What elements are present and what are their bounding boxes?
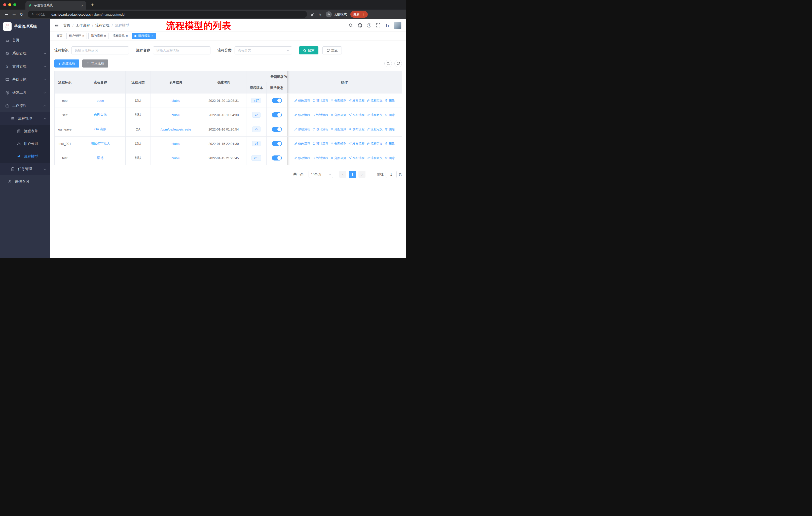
update-button[interactable]: 更新 ⋮: [350, 11, 368, 18]
active-status-toggle[interactable]: [272, 112, 282, 117]
process-name-link[interactable]: eeee: [97, 99, 104, 103]
process-name-input[interactable]: [153, 46, 210, 54]
process-name-link[interactable]: 自己审批: [94, 113, 107, 117]
password-key-icon[interactable]: [310, 11, 316, 18]
sidebar-item-payment[interactable]: ¥ 支付管理: [0, 60, 50, 73]
action-edit-process[interactable]: 修改流程: [294, 142, 310, 146]
action-design-process[interactable]: 设计流程: [312, 113, 328, 117]
sidebar-item-devtools[interactable]: 研发工具: [0, 86, 50, 99]
url-bar[interactable]: ⚠ 不安全 dashboard.yudao.iocoder.cn/bpm/man…: [28, 11, 307, 18]
active-status-toggle[interactable]: [272, 127, 282, 132]
category-select[interactable]: 流程分类: [235, 46, 292, 54]
action-delete[interactable]: 删除: [385, 142, 395, 146]
sidebar-item-home[interactable]: 首页: [0, 34, 50, 47]
action-delete[interactable]: 删除: [385, 156, 395, 160]
action-publish-process[interactable]: 发布流程: [349, 99, 365, 103]
breadcrumb-workflow[interactable]: 工作流程: [76, 23, 90, 28]
form-info-link[interactable]: biubiu: [171, 99, 180, 103]
close-icon[interactable]: ×: [104, 34, 106, 37]
action-assign-rule[interactable]: 分配规则: [330, 99, 346, 103]
sidebar-item-system[interactable]: 系统管理: [0, 47, 50, 60]
window-close-button[interactable]: [3, 3, 6, 6]
form-info-link[interactable]: /bpm/oa/leave/create: [161, 128, 191, 131]
sidebar-collapse-icon[interactable]: [54, 23, 59, 28]
next-page-button[interactable]: ›: [358, 171, 366, 178]
action-design-process[interactable]: 设计流程: [312, 99, 328, 103]
browser-menu-dots-icon[interactable]: ⋮: [361, 12, 365, 17]
reset-button[interactable]: 重置: [322, 46, 342, 54]
user-avatar[interactable]: [394, 22, 402, 29]
process-name-link[interactable]: OA 请假: [94, 127, 107, 131]
sidebar-item-workflow[interactable]: 工作流程: [0, 99, 50, 112]
search-icon[interactable]: [349, 23, 353, 27]
search-button[interactable]: 搜索: [299, 46, 318, 54]
reload-button[interactable]: ↻: [18, 11, 25, 18]
process-key-input[interactable]: [71, 46, 129, 54]
action-design-process[interactable]: 设计流程: [312, 127, 328, 132]
active-status-toggle[interactable]: [272, 141, 282, 146]
action-delete[interactable]: 删除: [385, 113, 395, 117]
back-button[interactable]: ←: [3, 11, 10, 18]
new-tab-button[interactable]: +: [89, 1, 96, 8]
help-icon[interactable]: ?: [367, 23, 371, 27]
sidebar-item-process-model[interactable]: 流程模型: [0, 150, 50, 163]
form-info-link[interactable]: biubiu: [171, 142, 180, 146]
action-process-definition[interactable]: 流程定义: [367, 99, 383, 103]
create-process-button[interactable]: + 新建流程: [54, 59, 79, 67]
sidebar-item-leave-query[interactable]: 请假查询: [0, 175, 50, 188]
prev-page-button[interactable]: ‹: [339, 171, 346, 178]
action-assign-rule[interactable]: 分配规则: [330, 142, 346, 146]
tag-tenant[interactable]: 租户管理 ×: [66, 33, 87, 39]
font-size-icon[interactable]: TT: [385, 23, 389, 28]
goto-page-input[interactable]: [386, 171, 397, 178]
sidebar-item-process-management[interactable]: 流程管理: [0, 112, 50, 125]
action-process-definition[interactable]: 流程定义: [367, 113, 383, 117]
form-info-link[interactable]: biubiu: [171, 156, 180, 160]
sidebar-item-user-group[interactable]: 用户分组: [0, 138, 50, 150]
page-size-select[interactable]: 10条/页: [309, 171, 333, 178]
close-icon[interactable]: ×: [82, 34, 84, 37]
process-name-link[interactable]: 测试多审批人: [91, 142, 110, 145]
action-assign-rule[interactable]: 分配规则: [330, 127, 346, 132]
active-status-toggle[interactable]: [272, 98, 282, 103]
action-process-definition[interactable]: 流程定义: [367, 127, 383, 132]
github-icon[interactable]: [358, 23, 362, 28]
process-name-link[interactable]: 滔博: [97, 156, 104, 160]
import-process-button[interactable]: 导入流程: [82, 59, 108, 67]
app-logo[interactable]: 芋道管理系统: [0, 19, 50, 34]
action-edit-process[interactable]: 修改流程: [294, 113, 310, 117]
close-icon[interactable]: ×: [151, 34, 153, 37]
action-publish-process[interactable]: 发布流程: [349, 142, 365, 146]
action-delete[interactable]: 删除: [385, 99, 395, 103]
action-edit-process[interactable]: 修改流程: [294, 156, 310, 160]
window-zoom-button[interactable]: [13, 3, 17, 6]
action-delete[interactable]: 删除: [385, 127, 395, 132]
sidebar-item-infrastructure[interactable]: 基础设施: [0, 73, 50, 86]
bookmark-star-icon[interactable]: ☆: [317, 11, 323, 18]
forward-button[interactable]: →: [10, 11, 18, 18]
action-assign-rule[interactable]: 分配规则: [330, 156, 346, 160]
action-process-definition[interactable]: 流程定义: [367, 156, 383, 160]
breadcrumb-process-management[interactable]: 流程管理: [95, 23, 110, 28]
action-assign-rule[interactable]: 分配规则: [330, 113, 346, 117]
action-publish-process[interactable]: 发布流程: [349, 113, 365, 117]
sidebar-item-task-management[interactable]: 任务管理: [0, 163, 50, 175]
sidebar-item-process-form[interactable]: 流程表单: [0, 125, 50, 138]
action-design-process[interactable]: 设计流程: [312, 156, 328, 160]
action-process-definition[interactable]: 流程定义: [367, 142, 383, 146]
action-publish-process[interactable]: 发布流程: [349, 127, 365, 132]
browser-tab[interactable]: 芋道管理系统 ×: [25, 1, 86, 9]
tag-process-form[interactable]: 流程表单 ×: [110, 33, 130, 39]
window-minimize-button[interactable]: [8, 3, 11, 6]
close-icon[interactable]: ×: [126, 34, 128, 37]
active-status-toggle[interactable]: [272, 156, 282, 161]
action-edit-process[interactable]: 修改流程: [294, 127, 310, 132]
toggle-search-button[interactable]: [384, 60, 392, 67]
tag-my-process[interactable]: 我的流程 ×: [88, 33, 109, 39]
tag-home[interactable]: 首页: [54, 33, 65, 39]
action-edit-process[interactable]: 修改流程: [294, 99, 310, 103]
tag-process-model[interactable]: 流程模型 ×: [132, 33, 156, 39]
refresh-button[interactable]: [395, 60, 402, 67]
breadcrumb-home[interactable]: 首页: [63, 23, 70, 28]
current-page-button[interactable]: 1: [349, 171, 356, 178]
